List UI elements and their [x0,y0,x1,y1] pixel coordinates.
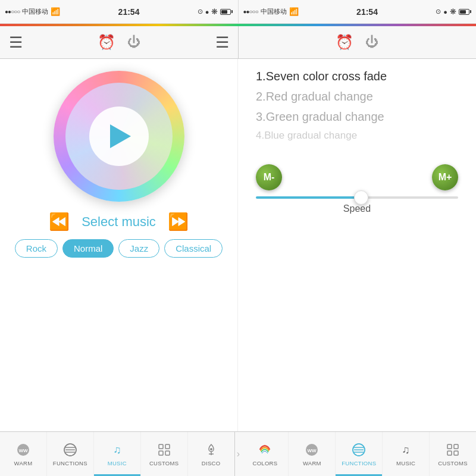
carrier-right: 中国移动 [261,7,287,16]
tab-divider: › [235,432,242,476]
svg-rect-24 [454,444,458,449]
mode-list: 1.Seven color cross fade 2.Red gradual c… [250,68,464,146]
tab-disco-left[interactable]: DISCO [188,432,234,476]
music-type-jazz[interactable]: Jazz [118,239,159,258]
music-icon-left: ♫ [111,443,124,459]
svg-rect-26 [454,451,458,455]
music-icon-right: ♫ [399,443,412,459]
svg-rect-11 [165,451,170,455]
music-type-classical[interactable]: Classical [164,239,223,258]
customs-label-right: CUSTOMS [438,460,467,466]
left-panel: ⏪ Select music ⏩ Rock Normal Jazz Classi… [0,59,238,431]
next-button[interactable]: ⏩ [168,214,189,230]
warm-icon-left: WW [17,443,30,459]
status-bar: ●●○○○ 中国移动 📶 21:54 ⊙ ● ❋ ●●○○○ 中国移动 📶 21… [0,0,476,24]
speed-label: Speed [250,203,464,214]
power-icon-right[interactable]: ⏻ [365,35,378,50]
mode-item-4[interactable]: 4.Blue gradual change [256,129,464,143]
tab-music-right[interactable]: ♫ MUSIC [383,432,430,476]
warm-icon-right: WW [305,443,318,459]
colors-label-right: COLORS [252,460,277,466]
mode-item-1[interactable]: 1.Seven color cross fade [256,68,464,84]
wifi-left: 📶 [51,7,60,16]
signal-dots-right: ●●○○○ [243,8,258,15]
alarm-icon-right[interactable]: ⏰ [336,34,353,51]
nav-center-right: ⏰ ⏻ [336,34,378,51]
nav-bar: ☰ ⏰ ⏻ ☰ ⏰ ⏻ [0,26,476,59]
svg-rect-10 [159,451,163,455]
functions-icon-left [64,443,77,459]
tab-customs-left[interactable]: CUSTOMS [141,432,188,476]
svg-rect-9 [165,444,170,449]
tab-warm-left[interactable]: WW WARM [0,432,47,476]
svg-text:♫: ♫ [402,444,410,456]
time-right: 21:54 [356,7,378,17]
select-music-label: Select music [82,214,156,230]
icons-right-right: ⊙ ● ❋ [436,7,471,16]
music-label-right: MUSIC [396,460,415,466]
power-icon-left[interactable]: ⏻ [127,35,140,50]
time-left: 21:54 [118,7,140,17]
cd-center [89,107,149,166]
nav-center-left: ⏰ ⏻ [98,34,140,51]
disco-label-left: DISCO [202,460,221,466]
customs-label-left: CUSTOMS [149,460,178,466]
music-label-left: MUSIC [108,460,127,466]
tab-bar-left: WW WARM FUNCTIONS ♫ [0,432,235,476]
status-right: ●●○○○ 中国移动 📶 21:54 ⊙ ● ❋ [238,0,477,23]
warm-label-right: WARM [303,460,321,466]
icons-right-left: ⊙ ● ❋ [198,7,233,16]
speed-slider-container [250,196,464,199]
list-icon-left[interactable]: ☰ [215,33,229,52]
signal-dots-left: ●●○○○ [5,8,20,15]
mode-item-3[interactable]: 3.Green gradual change [256,108,464,125]
svg-text:♫: ♫ [113,444,121,456]
prev-button[interactable]: ⏪ [49,214,70,230]
colors-icon-right [258,443,271,459]
functions-label-left: FUNCTIONS [53,460,87,466]
main-content: ⏪ Select music ⏩ Rock Normal Jazz Classi… [0,59,476,431]
play-button[interactable] [110,124,131,148]
signal-left: ●●○○○ 中国移动 📶 [5,7,60,16]
menu-icon-left[interactable]: ☰ [9,33,23,52]
carrier-left: 中国移动 [22,7,48,16]
speed-slider-thumb[interactable] [354,190,368,205]
wifi-right: 📶 [289,7,299,16]
functions-icon-right [352,443,365,459]
m-minus-button[interactable]: M- [256,164,282,190]
nav-right: ⏰ ⏻ [238,26,477,58]
svg-text:WW: WW [18,448,28,453]
tab-bar-right: COLORS WW WARM FUN [242,432,477,476]
svg-rect-8 [159,444,163,449]
tab-colors-right[interactable]: COLORS [242,432,289,476]
tab-functions-left[interactable]: FUNCTIONS [47,432,94,476]
svg-point-12 [210,448,212,450]
functions-label-right: FUNCTIONS [342,460,376,466]
select-music-row: ⏪ Select music ⏩ [12,214,226,230]
mode-item-2[interactable]: 2.Red gradual change [256,88,464,105]
right-panel: 1.Seven color cross fade 2.Red gradual c… [238,59,476,431]
m-plus-button[interactable]: M+ [432,164,458,190]
music-type-normal[interactable]: Normal [62,239,114,258]
nav-left: ☰ ⏰ ⏻ ☰ [0,26,238,58]
tab-customs-right[interactable]: CUSTOMS [430,432,476,476]
music-type-selector: Rock Normal Jazz Classical [12,239,226,258]
svg-rect-25 [447,451,452,455]
signal-right: ●●○○○ 中国移动 📶 [243,7,299,16]
cd-disc [54,71,184,202]
tab-bar: WW WARM FUNCTIONS ♫ [0,431,476,476]
svg-rect-23 [447,444,452,449]
speed-section: M- M+ Speed [250,164,464,214]
tab-functions-right[interactable]: FUNCTIONS [336,432,383,476]
m-buttons: M- M+ [250,164,464,190]
battery-right [459,9,471,15]
speed-slider-track[interactable] [256,196,458,199]
warm-label-left: WARM [14,460,32,466]
tab-warm-right[interactable]: WW WARM [289,432,336,476]
svg-text:WW: WW [308,448,317,453]
battery-left [220,9,233,15]
tab-music-left[interactable]: ♫ MUSIC [94,432,141,476]
customs-icon-left [158,443,171,459]
alarm-icon-left[interactable]: ⏰ [98,34,115,51]
music-type-rock[interactable]: Rock [15,239,58,258]
